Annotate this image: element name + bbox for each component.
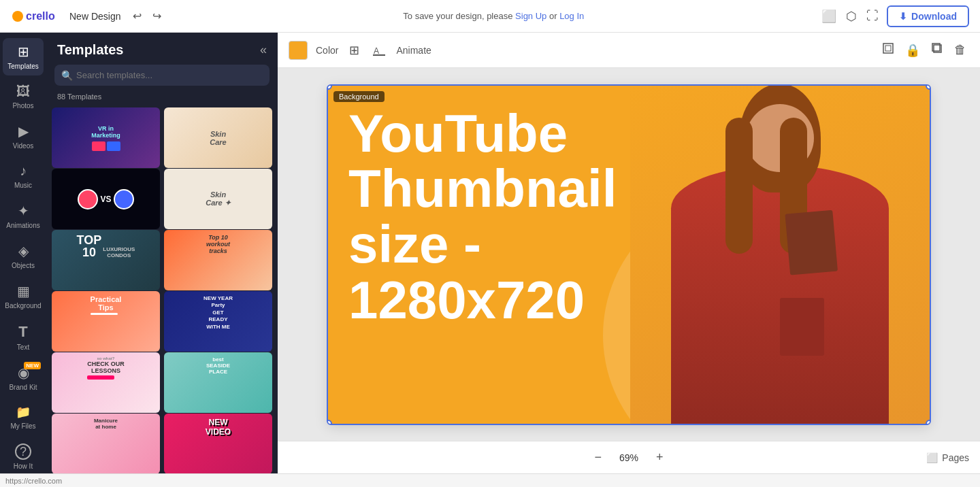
template-card-new-year[interactable]: NEW YEARPartyGETREADYWITH ME — [164, 291, 272, 352]
canvas-viewport[interactable]: Background YouTubeThumbnailsize -1280x72… — [278, 68, 980, 441]
undo-redo-group: ↩ ↪ — [129, 7, 165, 25]
signup-link[interactable]: Sign Up — [515, 11, 546, 21]
templates-icon: ⊞ — [18, 44, 29, 60]
text-icon: T — [18, 323, 27, 341]
lock-icon-button[interactable]: 🔒 — [902, 39, 923, 61]
sidebar-item-music[interactable]: ♪ Music — [3, 158, 44, 195]
template-card-condos[interactable]: TOP10 LUXURIOUSCONDOS — [52, 230, 160, 290]
how-it-icon: ? — [15, 443, 31, 460]
top-nav: crello New Design ↩ ↪ To save your desig… — [0, 0, 980, 33]
sidebar-item-animations[interactable]: ✦ Animations — [3, 197, 44, 235]
template-card-skincare[interactable]: SkinCare — [164, 107, 272, 168]
share-icon-button[interactable]: ⬡ — [846, 9, 857, 24]
background-icon: ▦ — [17, 283, 30, 299]
bottom-toolbar: − 69% + ⬜ Pages — [278, 441, 980, 473]
template-card-workout[interactable]: Top 10workouttracks — [164, 230, 272, 290]
search-icon: 🔍 — [61, 70, 73, 81]
duplicate-icon-button[interactable] — [928, 39, 946, 61]
new-badge: NEW — [24, 362, 41, 369]
animations-icon: ✦ — [18, 203, 29, 219]
templates-panel: Templates « 🔍 88 Templates VR inMarketin… — [46, 33, 278, 473]
background-label: Background — [333, 91, 385, 102]
svg-text:A: A — [374, 46, 379, 56]
position-icon-button[interactable] — [879, 39, 897, 61]
fullscreen-icon-button[interactable]: ⛶ — [866, 9, 879, 23]
toolbar-right-group: 🔒 🗑 — [879, 39, 969, 61]
objects-icon: ◈ — [18, 243, 29, 259]
design-name[interactable]: New Design — [69, 11, 120, 22]
pages-button[interactable]: ⬜ Pages — [926, 452, 969, 463]
present-icon-button[interactable]: ⬜ — [821, 9, 836, 24]
zoom-level: 69% — [615, 452, 642, 463]
template-card-manicure[interactable]: Manicureat home — [52, 414, 160, 473]
download-button[interactable]: ⬇ Download — [887, 5, 969, 27]
sidebar-item-how-it[interactable]: ? How It — [3, 438, 44, 473]
music-icon: ♪ — [20, 163, 27, 179]
zoom-in-button[interactable]: + — [651, 448, 669, 467]
person-image — [630, 86, 930, 424]
pattern-icon-button[interactable]: ⊞ — [346, 40, 362, 61]
template-card-practical-tips[interactable]: PracticalTips — [52, 291, 160, 352]
undo-button[interactable]: ↩ — [129, 7, 146, 25]
templates-count: 88 Templates — [46, 93, 278, 105]
pages-icon: ⬜ — [926, 452, 938, 463]
svg-rect-5 — [885, 46, 891, 51]
nav-icons-group: ⬜ ⬡ ⛶ — [821, 9, 879, 24]
search-input[interactable] — [54, 65, 270, 86]
template-card-new-video[interactable]: NEWVIDEO — [164, 414, 272, 473]
photos-icon: 🖼 — [16, 84, 30, 99]
svg-text:crello: crello — [26, 10, 55, 22]
sidebar-item-videos[interactable]: ▶ Videos — [3, 118, 44, 155]
videos-icon: ▶ — [18, 123, 29, 139]
url-bar: https://crello.com — [0, 473, 980, 487]
color-label[interactable]: Color — [316, 45, 338, 56]
sidebar-item-photos[interactable]: 🖼 Photos — [3, 78, 44, 115]
collapse-panel-button[interactable]: « — [260, 43, 267, 57]
login-link[interactable]: Log In — [559, 11, 584, 21]
sidebar-item-background[interactable]: ▦ Background — [3, 278, 44, 315]
save-message: To save your design, please Sign Up or L… — [403, 11, 584, 21]
sidebar-item-my-files[interactable]: 📁 My Files — [3, 399, 44, 435]
logo: crello — [11, 8, 59, 24]
handle-bottom-left[interactable] — [328, 420, 332, 424]
main-area: ⊞ Templates 🖼 Photos ▶ Videos ♪ Music ✦ … — [0, 33, 980, 473]
font-icon-button[interactable]: A — [370, 41, 388, 59]
redo-button[interactable]: ↪ — [148, 7, 165, 25]
url-text: https://crello.com — [5, 477, 62, 485]
svg-rect-4 — [883, 44, 893, 53]
color-swatch[interactable] — [289, 41, 308, 60]
sidebar-item-text[interactable]: T Text — [3, 318, 44, 356]
canvas-main-text: YouTubeThumbnailsize -1280x720 — [348, 106, 675, 329]
templates-title: Templates — [57, 42, 123, 58]
handle-top-left[interactable] — [328, 86, 332, 90]
svg-point-0 — [12, 11, 23, 22]
template-card-vs-match[interactable]: VS — [52, 169, 160, 229]
animate-label[interactable]: Animate — [396, 45, 431, 56]
canvas-toolbar: Color ⊞ A Animate 🔒 — [278, 33, 980, 68]
canvas-text-block[interactable]: YouTubeThumbnailsize -1280x720 — [348, 106, 675, 329]
search-bar: 🔍 — [54, 65, 270, 86]
delete-icon-button[interactable]: 🗑 — [951, 39, 969, 61]
canvas-area: Color ⊞ A Animate 🔒 — [278, 33, 980, 473]
download-icon: ⬇ — [899, 11, 907, 22]
templates-grid: VR inMarketing SkinCare VS — [46, 105, 278, 473]
sidebar-item-objects[interactable]: ◈ Objects — [3, 237, 44, 275]
template-card-vr-marketing[interactable]: VR inMarketing — [52, 107, 160, 168]
zoom-out-button[interactable]: − — [589, 448, 607, 467]
my-files-icon: 📁 — [16, 405, 31, 420]
canvas-frame[interactable]: Background YouTubeThumbnailsize -1280x72… — [328, 86, 930, 424]
template-card-skin2[interactable]: SkinCare ✦ — [164, 169, 272, 229]
sidebar-item-templates[interactable]: ⊞ Templates — [3, 38, 44, 75]
template-card-seaside[interactable]: bestSEASIDEPLACE — [164, 352, 272, 413]
icon-sidebar: ⊞ Templates 🖼 Photos ▶ Videos ♪ Music ✦ … — [0, 33, 46, 473]
sidebar-item-brand-kit[interactable]: NEW ◉ Brand Kit — [3, 359, 44, 397]
templates-header: Templates « — [46, 33, 278, 65]
template-card-lessons[interactable]: so what? CHECK OURLESSONS — [52, 352, 160, 413]
